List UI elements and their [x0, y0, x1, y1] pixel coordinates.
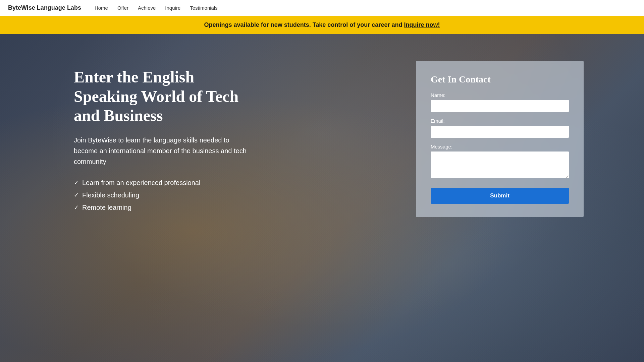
features-list: ✓ Learn from an experienced professional…	[74, 179, 248, 212]
feature-item-1: ✓ Learn from an experienced professional	[74, 179, 248, 187]
feature-label-3: Remote learning	[82, 204, 131, 212]
main-nav: Home Offer Achieve Inquire Testimonials	[95, 5, 218, 11]
check-icon-1: ✓	[74, 179, 79, 186]
form-title: Get In Contact	[431, 74, 569, 85]
feature-label-2: Flexible scheduling	[82, 191, 139, 199]
feature-label-1: Learn from an experienced professional	[82, 179, 200, 187]
contact-form-panel: Get In Contact Name: Email: Message: Sub…	[416, 61, 584, 217]
email-field-group: Email:	[431, 118, 569, 138]
hero-subtext: Join ByteWise to learn the language skil…	[74, 135, 248, 167]
name-input[interactable]	[431, 100, 569, 112]
feature-item-2: ✓ Flexible scheduling	[74, 191, 248, 199]
nav-item-inquire[interactable]: Inquire	[165, 5, 180, 11]
brand-logo: ByteWise Language Labs	[8, 4, 81, 11]
message-textarea[interactable]	[431, 152, 569, 178]
name-field-group: Name:	[431, 92, 569, 112]
nav-item-achieve[interactable]: Achieve	[138, 5, 156, 11]
contact-form: Name: Email: Message: Submit	[431, 92, 569, 204]
hero-heading: Enter the English Speaking World of Tech…	[74, 67, 248, 125]
hero-content: Enter the English Speaking World of Tech…	[0, 34, 644, 362]
hero-left-panel: Enter the English Speaking World of Tech…	[74, 61, 248, 212]
announcement-banner: Openings available for new students. Tak…	[0, 16, 644, 34]
hero-section: Enter the English Speaking World of Tech…	[0, 34, 644, 362]
banner-text: Openings available for new students. Tak…	[204, 21, 404, 28]
message-field-group: Message:	[431, 144, 569, 180]
nav-item-home[interactable]: Home	[95, 5, 108, 11]
check-icon-3: ✓	[74, 204, 79, 211]
email-label: Email:	[431, 118, 569, 124]
nav-item-testimonials[interactable]: Testimonials	[190, 5, 218, 11]
check-icon-2: ✓	[74, 191, 79, 199]
banner-link[interactable]: Inquire now!	[404, 21, 440, 28]
name-label: Name:	[431, 92, 569, 98]
navbar: ByteWise Language Labs Home Offer Achiev…	[0, 0, 644, 16]
email-input[interactable]	[431, 126, 569, 138]
feature-item-3: ✓ Remote learning	[74, 204, 248, 212]
message-label: Message:	[431, 144, 569, 149]
nav-item-offer[interactable]: Offer	[117, 5, 128, 11]
submit-button[interactable]: Submit	[431, 188, 569, 204]
